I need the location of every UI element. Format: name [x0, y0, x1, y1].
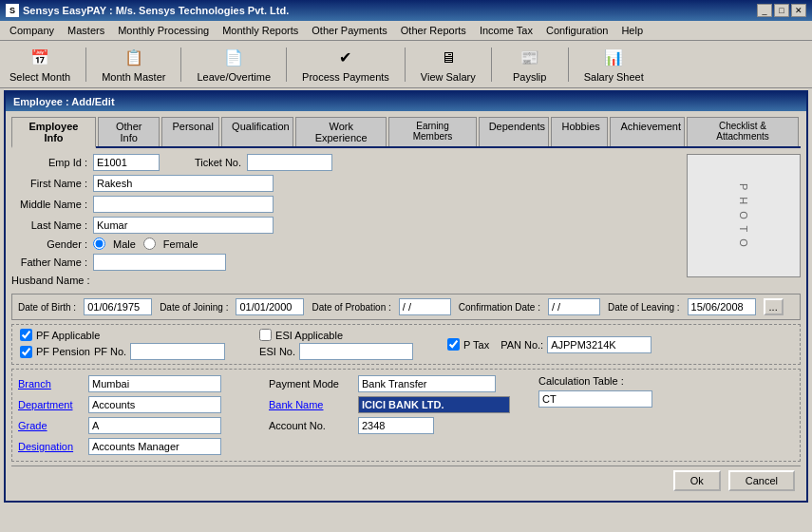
dol-input[interactable] — [688, 298, 756, 315]
grade-link[interactable]: Grade — [18, 420, 85, 431]
bottom-section: Branch Department Grade Designation — [11, 369, 801, 462]
first-name-input[interactable] — [93, 175, 274, 192]
last-name-label: Last Name : — [11, 219, 87, 231]
esi-applicable-checkbox[interactable] — [259, 329, 272, 341]
salary-sheet-label: Salary Sheet — [584, 71, 644, 83]
doj-input[interactable] — [236, 298, 304, 315]
middle-name-input[interactable] — [93, 196, 274, 213]
pan-no-input[interactable] — [547, 336, 651, 353]
toolbar: 📅 Select Month 📋 Month Master 📄 Leave/Ov… — [0, 41, 812, 88]
menu-help[interactable]: Help — [615, 23, 649, 38]
father-name-label: Father Name : — [11, 256, 87, 268]
esi-no-input[interactable] — [299, 343, 413, 360]
tab-qualification[interactable]: Qualification — [221, 117, 293, 146]
tab-hobbies[interactable]: Hobbies — [551, 117, 608, 146]
tab-achievement[interactable]: Achievement — [610, 117, 685, 146]
gender-female-radio[interactable] — [143, 238, 156, 250]
pf-pension-checkbox[interactable] — [20, 346, 32, 358]
process-payments-button[interactable]: ✔ Process Payments — [296, 45, 395, 85]
emp-id-input[interactable] — [93, 154, 160, 171]
menu-configuration[interactable]: Configuration — [540, 23, 614, 38]
payment-mode-label: Payment Mode — [269, 378, 354, 390]
month-master-label: Month Master — [102, 71, 165, 83]
close-button[interactable]: ✕ — [791, 4, 806, 17]
pf-no-input[interactable] — [130, 343, 225, 360]
ticket-no-input[interactable] — [247, 154, 332, 171]
tab-personal[interactable]: Personal — [161, 117, 219, 146]
gender-row: Gender : Male Female — [11, 238, 679, 250]
father-name-row: Father Name : — [11, 254, 679, 271]
payslip-icon: 📰 — [519, 47, 541, 69]
calc-table-row: Calculation Table : — [538, 375, 794, 387]
payment-fields: Payment Mode Bank Name Account No. — [269, 375, 535, 455]
tab-checklist[interactable]: Checklist & Attachments — [687, 117, 799, 146]
department-input[interactable] — [88, 396, 221, 413]
menu-other-payments[interactable]: Other Payments — [306, 23, 392, 38]
ptax-checkbox[interactable] — [447, 338, 460, 351]
doj-label: Date of Joining : — [160, 302, 228, 313]
form-area: Emp Id : Ticket No. First Name : Middle … — [11, 154, 801, 290]
grade-input[interactable] — [88, 417, 221, 434]
branch-input[interactable] — [88, 375, 221, 392]
dop-input[interactable] — [399, 298, 451, 315]
ptax-group: P Tax PAN No.: — [447, 336, 651, 353]
dob-input[interactable] — [84, 298, 152, 315]
toolbar-separator-5 — [491, 48, 492, 82]
middle-name-row: Middle Name : — [11, 196, 679, 213]
ticket-no-label: Ticket No. — [165, 157, 241, 168]
pf-applicable-checkbox[interactable] — [20, 329, 32, 341]
dol-picker-button[interactable]: ... — [764, 298, 784, 315]
ok-button[interactable]: Ok — [673, 470, 721, 491]
view-salary-button[interactable]: 🖥 View Salary — [415, 45, 482, 85]
gender-male-radio[interactable] — [93, 238, 105, 250]
account-no-label: Account No. — [269, 420, 354, 431]
pf-pension-label: PF Pension — [36, 346, 90, 357]
bank-name-row: Bank Name — [269, 396, 535, 413]
father-name-input[interactable] — [93, 254, 226, 271]
department-row: Department — [18, 396, 265, 413]
first-name-label: First Name : — [11, 178, 87, 189]
designation-link[interactable]: Designation — [18, 441, 85, 452]
menu-masters[interactable]: Masters — [62, 23, 110, 38]
tab-other-info[interactable]: Other Info — [98, 117, 161, 146]
payment-mode-row: Payment Mode — [269, 375, 535, 392]
select-month-button[interactable]: 📅 Select Month — [4, 45, 76, 85]
gender-radio-group: Male Female — [93, 238, 198, 250]
process-icon: ✔ — [334, 47, 357, 69]
gender-female-label: Female — [163, 238, 198, 250]
payment-mode-input[interactable] — [358, 375, 496, 392]
payslip-button[interactable]: 📰 Payslip — [501, 45, 558, 85]
leave-icon: 📄 — [222, 47, 245, 69]
view-salary-label: View Salary — [421, 71, 476, 83]
branch-link[interactable]: Branch — [18, 378, 85, 390]
menu-monthly-reports[interactable]: Monthly Reports — [217, 23, 304, 38]
designation-input[interactable] — [88, 438, 221, 455]
tab-work-experience[interactable]: Work Experience — [295, 117, 387, 146]
tab-earning-members[interactable]: Earning Members — [388, 117, 476, 146]
menu-monthly-processing[interactable]: Monthly Processing — [112, 23, 215, 38]
calc-table-input[interactable] — [538, 390, 652, 408]
payslip-label: Payslip — [513, 71, 546, 83]
restore-button[interactable]: □ — [774, 4, 789, 17]
minimize-button[interactable]: _ — [757, 4, 772, 17]
salary-sheet-button[interactable]: 📊 Salary Sheet — [578, 45, 650, 85]
menu-company[interactable]: Company — [4, 23, 60, 38]
tab-bar: Employee Info Other Info Personal Qualif… — [11, 117, 801, 148]
tab-dependents[interactable]: Dependents — [479, 117, 550, 146]
emp-id-row: Emp Id : Ticket No. — [11, 154, 679, 171]
dol-label: Date of Leaving : — [608, 302, 680, 313]
tab-employee-info[interactable]: Employee Info — [11, 117, 96, 148]
month-master-button[interactable]: 📋 Month Master — [96, 45, 171, 85]
cancel-button[interactable]: Cancel — [728, 470, 795, 491]
menu-income-tax[interactable]: Income Tax — [474, 23, 538, 38]
bank-name-link[interactable]: Bank Name — [269, 399, 354, 410]
last-name-input[interactable] — [93, 217, 274, 234]
org-fields: Branch Department Grade Designation — [18, 375, 265, 455]
leave-overtime-button[interactable]: 📄 Leave/Overtime — [191, 45, 276, 85]
conf-date-input[interactable] — [548, 298, 600, 315]
menu-other-reports[interactable]: Other Reports — [395, 23, 472, 38]
department-link[interactable]: Department — [18, 399, 85, 410]
dialog-title: Employee : Add/Edit — [6, 92, 806, 111]
account-no-input[interactable] — [358, 417, 434, 434]
bank-name-input[interactable] — [358, 396, 510, 413]
